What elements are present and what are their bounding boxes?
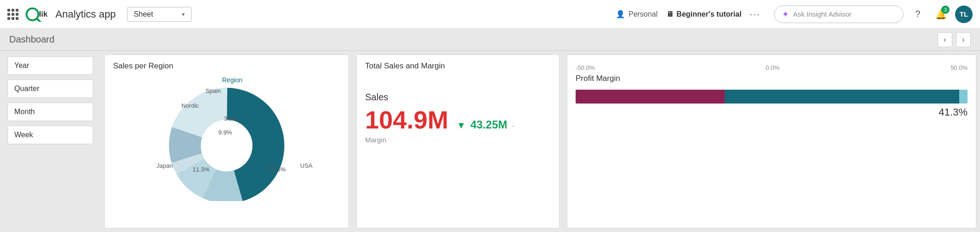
svg-line-1: [36, 18, 42, 21]
pct-11-3: 11.3%: [192, 166, 210, 173]
tutorial-label: Beginner's tutorial: [677, 10, 742, 18]
filter-month[interactable]: Month: [7, 103, 93, 121]
sidebar: Year Quarter Month Week: [0, 51, 101, 232]
nordic-label: Nordic: [181, 102, 199, 109]
usa-label: USA: [300, 162, 313, 169]
topnav: lik Analytics app Sheet ▾ 👤 Personal 🖥 B…: [0, 0, 980, 29]
spain-label: Spain: [205, 87, 221, 94]
profit-bar: [576, 90, 968, 104]
person-icon: 👤: [616, 10, 625, 18]
app-title: Analytics app: [55, 8, 116, 20]
user-avatar[interactable]: TL: [955, 6, 973, 23]
main-content: Year Quarter Month Week Sales per Region…: [0, 51, 980, 232]
svg-point-9: [201, 120, 253, 171]
filter-quarter[interactable]: Quarter: [7, 79, 93, 98]
profit-percentage: 41.3%: [576, 106, 968, 118]
profit-margin-title: Profit Margin: [576, 74, 968, 83]
total-sales-title: Total Sales and Margin: [365, 61, 551, 71]
dashboard-header: Dashboard ‹ ›: [0, 29, 980, 51]
svg-text:lik: lik: [39, 10, 48, 18]
bar-teal-segment: [725, 90, 959, 104]
region-legend-label: Region: [222, 76, 242, 84]
margin-label: Margin: [365, 136, 551, 144]
notifications-button[interactable]: 🔔 3: [932, 6, 950, 23]
sales-per-region-card: Sales per Region Region Spain Nordic Jap…: [104, 55, 349, 228]
sheet-label: Sheet: [134, 10, 153, 18]
axis-left: -50.0%: [576, 64, 595, 71]
insight-advisor-input[interactable]: ✦ Ask Insight Advisor: [774, 6, 903, 23]
profit-margin-card: Profit Margin -50.0% 0.0% 50.0% 41.3%: [567, 55, 976, 228]
pct-9-9: 9.9%: [218, 129, 232, 136]
sheet-dropdown[interactable]: Sheet ▾: [127, 7, 192, 22]
tutorial-icon: 🖥: [666, 10, 673, 18]
axis-right: 50.0%: [950, 64, 968, 71]
japan-label: Japan: [156, 162, 173, 169]
personal-button[interactable]: 👤 Personal: [616, 10, 657, 18]
dashboard-nav: ‹ ›: [938, 32, 971, 47]
chevron-down-icon: ▾: [182, 11, 185, 18]
total-sales-card: Total Sales and Margin Sales 104.9M ▼ 43…: [356, 55, 559, 228]
bar-lightblue-segment: [959, 90, 968, 104]
filter-year[interactable]: Year: [7, 56, 93, 75]
sparkle-icon: ✦: [782, 9, 789, 19]
help-icon: ?: [915, 9, 920, 19]
nav-right: ✦ Ask Insight Advisor ? 🔔 3 TL: [774, 6, 973, 23]
nav-center: 👤 Personal 🖥 Beginner's tutorial ···: [616, 9, 760, 19]
pct-45-5: 45.5%: [269, 166, 286, 173]
sales-arrow-icon: ▼: [457, 120, 466, 131]
prev-sheet-button[interactable]: ‹: [938, 32, 952, 47]
donut-chart: [153, 81, 301, 201]
sales-value: 104.9M: [365, 105, 448, 134]
charts-area: Sales per Region Region Spain Nordic Jap…: [101, 51, 980, 232]
pct-3-3: 3.3%: [224, 115, 238, 122]
insight-placeholder: Ask Insight Advisor: [793, 10, 852, 18]
tutorial-button[interactable]: 🖥 Beginner's tutorial: [666, 10, 742, 18]
profit-axis: -50.0% 0.0% 50.0%: [576, 64, 968, 71]
sales-region-title: Sales per Region: [113, 61, 340, 71]
grid-menu-icon[interactable]: [7, 9, 18, 20]
more-options-button[interactable]: ···: [750, 9, 760, 19]
filter-week[interactable]: Week: [7, 126, 93, 144]
sales-label: Sales: [365, 92, 551, 103]
next-sheet-button[interactable]: ›: [956, 32, 971, 47]
help-button[interactable]: ?: [909, 6, 926, 23]
notification-badge: 3: [941, 6, 950, 14]
dashboard-title: Dashboard: [9, 34, 54, 45]
personal-label: Personal: [628, 10, 657, 18]
bar-maroon-segment: [576, 90, 725, 104]
margin-value: 43.25M: [470, 118, 507, 131]
axis-center: 0.0%: [766, 64, 780, 71]
margin-dot: ·: [512, 121, 514, 131]
qlik-logo: lik: [24, 7, 48, 22]
